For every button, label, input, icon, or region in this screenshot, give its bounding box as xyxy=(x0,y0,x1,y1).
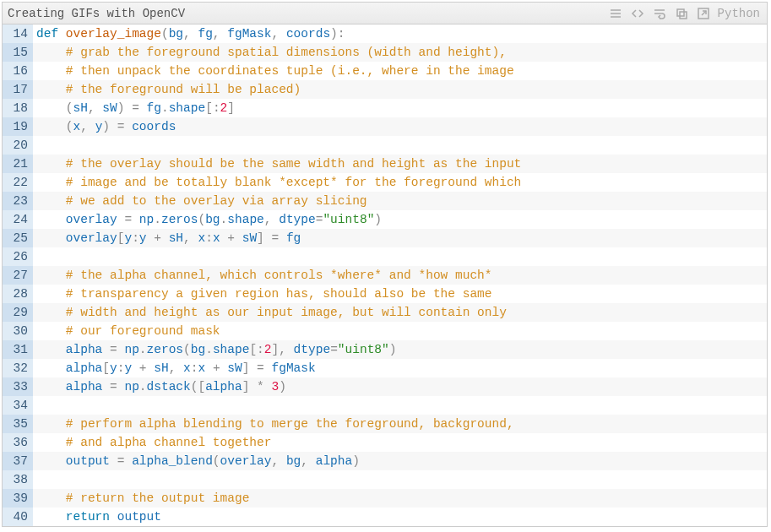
line-number: 31 xyxy=(3,340,33,359)
code-line[interactable]: # perform alpha blending to merge the fo… xyxy=(33,415,767,433)
copy-icon[interactable] xyxy=(672,5,691,22)
code-lines[interactable]: def overlay_image(bg, fg, fgMask, coords… xyxy=(33,24,767,526)
code-line[interactable]: # the alpha channel, which controls *whe… xyxy=(33,266,767,285)
svg-rect-6 xyxy=(680,12,687,19)
line-number: 37 xyxy=(3,452,33,470)
code-line[interactable]: alpha[y:y + sH, x:x + sW] = fgMask xyxy=(33,359,767,377)
code-line[interactable]: # transparency a given region has, shoul… xyxy=(33,285,767,303)
code-line[interactable]: # return the output image xyxy=(33,489,767,508)
line-number: 15 xyxy=(3,43,33,62)
code-line[interactable] xyxy=(33,470,767,489)
code-line[interactable]: # image and be totally blank *except* fo… xyxy=(33,173,767,192)
code-line[interactable] xyxy=(33,396,767,415)
code-line[interactable]: # width and height as our input image, b… xyxy=(33,303,767,322)
code-block: Creating GIFs with OpenCV Python 1415161… xyxy=(2,2,768,527)
wrap-icon[interactable] xyxy=(650,5,669,22)
code-header: Creating GIFs with OpenCV Python xyxy=(3,3,767,24)
line-number: 27 xyxy=(3,266,33,285)
code-line[interactable]: # our foreground mask xyxy=(33,322,767,340)
code-line[interactable]: output = alpha_blend(overlay, bg, alpha) xyxy=(33,452,767,470)
line-number: 34 xyxy=(3,396,33,415)
line-number: 36 xyxy=(3,433,33,452)
line-number: 17 xyxy=(3,80,33,99)
svg-rect-5 xyxy=(677,9,684,16)
line-number: 35 xyxy=(3,415,33,433)
line-number: 23 xyxy=(3,192,33,210)
code-line[interactable]: alpha = np.zeros(bg.shape[:2], dtype="ui… xyxy=(33,340,767,359)
line-number-gutter: 1415161718192021222324252627282930313233… xyxy=(3,24,33,526)
code-line[interactable]: (x, y) = coords xyxy=(33,117,767,136)
open-new-icon[interactable] xyxy=(694,5,713,22)
code-line[interactable]: (sH, sW) = fg.shape[:2] xyxy=(33,99,767,117)
line-number: 19 xyxy=(3,117,33,136)
toolbar: Python xyxy=(606,5,763,22)
line-number: 14 xyxy=(3,24,33,43)
line-number: 30 xyxy=(3,322,33,340)
code-line[interactable]: # and alpha channel together xyxy=(33,433,767,452)
code-line[interactable]: alpha = np.dstack([alpha] * 3) xyxy=(33,377,767,396)
line-number: 40 xyxy=(3,508,33,526)
code-line[interactable]: # we add to the overlay via array slicin… xyxy=(33,192,767,210)
code-line[interactable]: # the overlay should be the same width a… xyxy=(33,155,767,173)
line-number: 25 xyxy=(3,229,33,247)
code-title: Creating GIFs with OpenCV xyxy=(8,7,606,20)
line-number: 39 xyxy=(3,489,33,508)
code-line[interactable]: def overlay_image(bg, fg, fgMask, coords… xyxy=(33,24,767,43)
line-number: 28 xyxy=(3,285,33,303)
line-number: 24 xyxy=(3,210,33,229)
line-number: 16 xyxy=(3,62,33,80)
line-number: 21 xyxy=(3,155,33,173)
line-number: 38 xyxy=(3,470,33,489)
line-number: 32 xyxy=(3,359,33,377)
line-number: 29 xyxy=(3,303,33,322)
code-line[interactable]: overlay = np.zeros(bg.shape, dtype="uint… xyxy=(33,210,767,229)
code-line[interactable]: # grab the foreground spatial dimensions… xyxy=(33,43,767,62)
code-line[interactable]: # the foreground will be placed) xyxy=(33,80,767,99)
line-number: 20 xyxy=(3,136,33,155)
code-view-icon[interactable] xyxy=(628,5,647,22)
code-area[interactable]: 1415161718192021222324252627282930313233… xyxy=(3,24,767,526)
line-number: 33 xyxy=(3,377,33,396)
menu-icon[interactable] xyxy=(606,5,625,22)
code-line[interactable]: return output xyxy=(33,508,767,526)
line-number: 18 xyxy=(3,99,33,117)
line-number: 22 xyxy=(3,173,33,192)
code-line[interactable] xyxy=(33,247,767,266)
code-line[interactable]: overlay[y:y + sH, x:x + sW] = fg xyxy=(33,229,767,247)
line-number: 26 xyxy=(3,247,33,266)
code-line[interactable] xyxy=(33,136,767,155)
language-label: Python xyxy=(716,7,763,20)
code-line[interactable]: # then unpack the coordinates tuple (i.e… xyxy=(33,62,767,80)
